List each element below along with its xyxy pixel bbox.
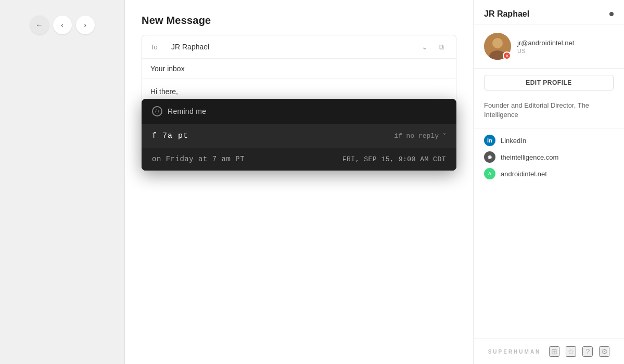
contact-row: ✕ jr@androidintel.net US: [484, 33, 614, 60]
back-button[interactable]: ←: [30, 16, 49, 34]
if-no-reply-label: if no reply: [394, 132, 439, 140]
linkedin-link[interactable]: in LinkedIn: [484, 135, 614, 146]
to-row: To JR Raphael ⌄ ⧉: [142, 35, 456, 59]
chevron-down-icon: ˅: [443, 133, 446, 140]
nav-buttons: ← ‹ ›: [30, 16, 95, 34]
next-button[interactable]: ›: [76, 16, 95, 34]
subject-text: Your inbox: [150, 64, 185, 73]
website-label: theintelligence.com: [501, 153, 558, 161]
android-icon: A: [484, 168, 495, 179]
footer-grid-icon[interactable]: ⊞: [549, 346, 559, 357]
remind-title: Remind me: [168, 107, 206, 115]
footer-calendar-icon[interactable]: ☆: [566, 346, 576, 357]
right-panel-footer: SUPERHUMAN ⊞ ☆ ? ⚙: [474, 339, 624, 364]
contact-details: jr@androidintel.net US: [517, 39, 614, 54]
remind-date-row: on Friday at 7 am PT FRI, SEP 15, 9:00 A…: [142, 148, 456, 171]
remind-option-row[interactable]: f 7a pt if no reply ˅: [142, 124, 456, 148]
status-dot: [609, 12, 614, 16]
linkedin-label: LinkedIn: [501, 137, 526, 145]
footer-settings-icon[interactable]: ⚙: [599, 346, 609, 357]
superhuman-logo: SUPERHUMAN: [488, 349, 541, 355]
to-value: JR Raphael: [171, 43, 418, 51]
greeting-text: Hi there,: [150, 87, 448, 96]
avatar-wrapper: ✕: [484, 33, 511, 60]
remind-popup: ⏱ Remind me f 7a pt if no reply ˅ on Fri…: [142, 99, 456, 171]
expand-recipients-button[interactable]: ⌄: [418, 41, 431, 53]
prev-button[interactable]: ‹: [53, 16, 72, 34]
compose-header: New Message: [125, 0, 473, 35]
remove-recipient-button[interactable]: ⧉: [435, 41, 448, 53]
social-links: in LinkedIn ◉ theintelligence.com A andr…: [474, 128, 624, 186]
website-link[interactable]: ◉ theintelligence.com: [484, 151, 614, 163]
contact-email: jr@androidintel.net: [517, 39, 614, 47]
to-label: To: [150, 43, 171, 51]
android-link[interactable]: A androidintel.net: [484, 168, 614, 179]
android-label: androidintel.net: [501, 170, 547, 178]
contact-country: US: [517, 48, 614, 54]
remind-time-option: f 7a pt: [152, 132, 188, 140]
compose-title: New Message: [142, 15, 456, 27]
svg-point-1: [492, 38, 503, 48]
remind-option-right: if no reply ˅: [394, 132, 446, 140]
avatar-badge: ✕: [503, 51, 511, 60]
edit-profile-button[interactable]: EDIT PROFILE: [484, 75, 614, 90]
footer-icons: ⊞ ☆ ? ⚙: [549, 346, 609, 357]
contact-info: ✕ jr@androidintel.net US: [474, 24, 624, 69]
linkedin-icon: in: [484, 135, 495, 146]
bio-text: Founder and Editorial Director, The Inte…: [474, 97, 624, 128]
right-panel: JR Raphael ✕ jr@androidintel.net US: [473, 0, 624, 364]
remind-clock-icon: ⏱: [152, 106, 162, 116]
to-row-icons: ⌄ ⧉: [418, 41, 448, 53]
subject-row[interactable]: Your inbox: [142, 59, 456, 79]
left-sidebar: ← ‹ ›: [0, 0, 125, 364]
remind-date-right: FRI, SEP 15, 9:00 AM CDT: [342, 155, 446, 163]
remind-date-left: on Friday at 7 am PT: [152, 155, 245, 163]
contact-name: JR Raphael: [484, 9, 529, 19]
main-content: New Message To JR Raphael ⌄ ⧉ Your inbox…: [125, 0, 473, 364]
footer-help-icon[interactable]: ?: [582, 346, 593, 357]
remind-header: ⏱ Remind me: [142, 99, 456, 124]
right-panel-header: JR Raphael: [474, 0, 624, 24]
website-icon: ◉: [484, 151, 495, 163]
